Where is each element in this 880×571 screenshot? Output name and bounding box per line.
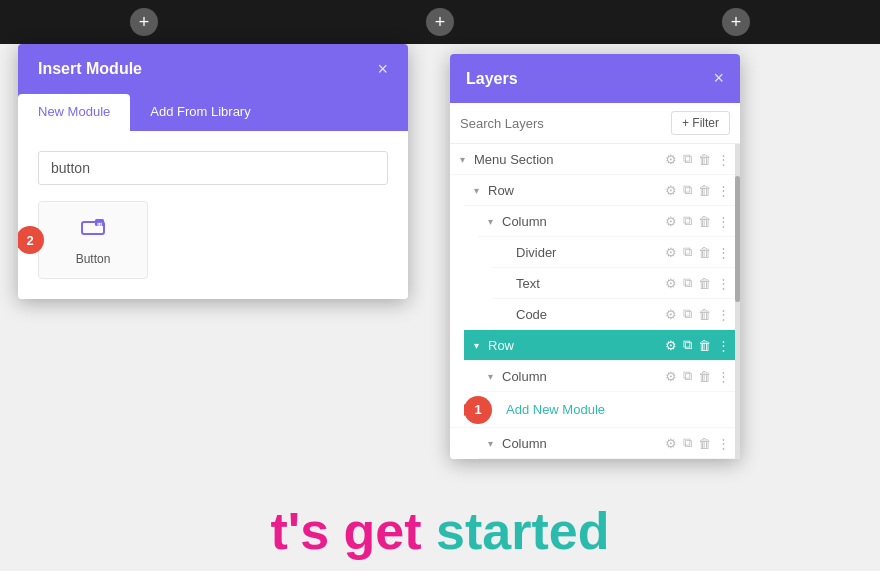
duplicate-icon-menu-section[interactable]: ⧉ bbox=[683, 151, 692, 167]
trash-icon-column-2[interactable]: 🗑 bbox=[698, 369, 711, 384]
layer-name-column-3: Column bbox=[502, 436, 665, 451]
layer-row-row-1[interactable]: ▾ Row ⚙ ⧉ 🗑 ⋮ bbox=[464, 175, 740, 206]
duplicate-icon-column-3[interactable]: ⧉ bbox=[683, 435, 692, 451]
chevron-menu-section: ▾ bbox=[460, 154, 474, 165]
more-icon-text[interactable]: ⋮ bbox=[717, 276, 730, 291]
chevron-column-1: ▾ bbox=[488, 216, 502, 227]
add-new-module-label: Add New Module bbox=[506, 402, 605, 417]
layer-row-column-1[interactable]: ▾ Column ⚙ ⧉ 🗑 ⋮ bbox=[478, 206, 740, 237]
duplicate-icon-column-2[interactable]: ⧉ bbox=[683, 368, 692, 384]
chevron-column-3: ▾ bbox=[488, 438, 502, 449]
duplicate-icon-text[interactable]: ⧉ bbox=[683, 275, 692, 291]
layer-row-row-2[interactable]: ▾ Row ⚙ ⧉ 🗑 ⋮ bbox=[464, 330, 740, 361]
chevron-column-2: ▾ bbox=[488, 371, 502, 382]
bottom-text-dark bbox=[422, 501, 436, 561]
bottom-text: t's get started bbox=[0, 491, 880, 571]
trash-icon-text[interactable]: 🗑 bbox=[698, 276, 711, 291]
settings-icon-row-2[interactable]: ⚙ bbox=[665, 338, 677, 353]
panel-tabs: New Module Add From Library bbox=[18, 94, 408, 131]
more-icon-row-2[interactable]: ⋮ bbox=[717, 338, 730, 353]
scroll-thumb[interactable] bbox=[735, 176, 740, 302]
more-icon-column-2[interactable]: ⋮ bbox=[717, 369, 730, 384]
duplicate-icon-divider[interactable]: ⧉ bbox=[683, 244, 692, 260]
layer-name-row-1: Row bbox=[488, 183, 665, 198]
more-icon-code[interactable]: ⋮ bbox=[717, 307, 730, 322]
top-bar: + + + bbox=[0, 0, 880, 44]
settings-icon-column-3[interactable]: ⚙ bbox=[665, 436, 677, 451]
more-icon-menu-section[interactable]: ⋮ bbox=[717, 152, 730, 167]
layers-list: ▾ Menu Section ⚙ ⧉ 🗑 ⋮ ▾ Row ⚙ ⧉ 🗑 ⋮ ▾ C… bbox=[450, 144, 740, 459]
settings-icon-code[interactable]: ⚙ bbox=[665, 307, 677, 322]
layer-icons-text: ⚙ ⧉ 🗑 ⋮ bbox=[665, 275, 730, 291]
layer-name-column-1: Column bbox=[502, 214, 665, 229]
layer-row-divider[interactable]: Divider ⚙ ⧉ 🗑 ⋮ bbox=[492, 237, 740, 268]
insert-module-panel: Insert Module × New Module Add From Libr… bbox=[18, 44, 408, 299]
panel-body: 2 ⊞ Button bbox=[18, 131, 408, 299]
layer-icons-menu-section: ⚙ ⧉ 🗑 ⋮ bbox=[665, 151, 730, 167]
trash-icon-row-2[interactable]: 🗑 bbox=[698, 338, 711, 353]
layer-name-column-2: Column bbox=[502, 369, 665, 384]
trash-icon-column-3[interactable]: 🗑 bbox=[698, 436, 711, 451]
layer-icons-row-2: ⚙ ⧉ 🗑 ⋮ bbox=[665, 337, 730, 353]
filter-button[interactable]: + Filter bbox=[671, 111, 730, 135]
duplicate-icon-code[interactable]: ⧉ bbox=[683, 306, 692, 322]
layer-row-column-3[interactable]: ▾ Column ⚙ ⧉ 🗑 ⋮ bbox=[478, 428, 740, 459]
more-icon-column-3[interactable]: ⋮ bbox=[717, 436, 730, 451]
settings-icon-column-2[interactable]: ⚙ bbox=[665, 369, 677, 384]
layer-icons-column-2: ⚙ ⧉ 🗑 ⋮ bbox=[665, 368, 730, 384]
tab-new-module[interactable]: New Module bbox=[18, 94, 130, 131]
settings-icon-divider[interactable]: ⚙ bbox=[665, 245, 677, 260]
layer-icons-column-1: ⚙ ⧉ 🗑 ⋮ bbox=[665, 213, 730, 229]
add-button-right[interactable]: + bbox=[722, 8, 750, 36]
more-icon-row-1[interactable]: ⋮ bbox=[717, 183, 730, 198]
bottom-text-teal: started bbox=[436, 501, 609, 561]
settings-icon-text[interactable]: ⚙ bbox=[665, 276, 677, 291]
layers-close-button[interactable]: × bbox=[713, 68, 724, 89]
trash-icon-row-1[interactable]: 🗑 bbox=[698, 183, 711, 198]
panel-header: Insert Module × bbox=[18, 44, 408, 94]
layer-icons-row-1: ⚙ ⧉ 🗑 ⋮ bbox=[665, 182, 730, 198]
bottom-text-pink: t's get bbox=[271, 501, 422, 561]
button-module-label: Button bbox=[76, 252, 111, 266]
layers-search-input[interactable] bbox=[460, 116, 663, 131]
duplicate-icon-row-2[interactable]: ⧉ bbox=[683, 337, 692, 353]
step-1-badge: 1 bbox=[464, 396, 492, 424]
layer-row-column-2[interactable]: ▾ Column ⚙ ⧉ 🗑 ⋮ bbox=[478, 361, 740, 392]
layer-row-code[interactable]: Code ⚙ ⧉ 🗑 ⋮ bbox=[492, 299, 740, 330]
settings-icon-row-1[interactable]: ⚙ bbox=[665, 183, 677, 198]
tab-add-from-library[interactable]: Add From Library bbox=[130, 94, 270, 131]
panel-title: Insert Module bbox=[38, 60, 142, 78]
chevron-row-1: ▾ bbox=[474, 185, 488, 196]
layer-name-code: Code bbox=[516, 307, 665, 322]
layer-icons-code: ⚙ ⧉ 🗑 ⋮ bbox=[665, 306, 730, 322]
scroll-indicator bbox=[735, 144, 740, 459]
trash-icon-divider[interactable]: 🗑 bbox=[698, 245, 711, 260]
duplicate-icon-column-1[interactable]: ⧉ bbox=[683, 213, 692, 229]
layer-name-text: Text bbox=[516, 276, 665, 291]
trash-icon-code[interactable]: 🗑 bbox=[698, 307, 711, 322]
module-grid: 2 ⊞ Button bbox=[38, 201, 388, 279]
layer-icons-column-3: ⚙ ⧉ 🗑 ⋮ bbox=[665, 435, 730, 451]
module-item-button[interactable]: ⊞ Button bbox=[38, 201, 148, 279]
trash-icon-menu-section[interactable]: 🗑 bbox=[698, 152, 711, 167]
more-icon-divider[interactable]: ⋮ bbox=[717, 245, 730, 260]
layer-row-menu-section[interactable]: ▾ Menu Section ⚙ ⧉ 🗑 ⋮ bbox=[450, 144, 740, 175]
trash-icon-column-1[interactable]: 🗑 bbox=[698, 214, 711, 229]
chevron-row-2: ▾ bbox=[474, 340, 488, 351]
settings-icon-column-1[interactable]: ⚙ bbox=[665, 214, 677, 229]
module-search-input[interactable] bbox=[38, 151, 388, 185]
add-button-left[interactable]: + bbox=[130, 8, 158, 36]
layers-title: Layers bbox=[466, 70, 518, 88]
layer-name-divider: Divider bbox=[516, 245, 665, 260]
duplicate-icon-row-1[interactable]: ⧉ bbox=[683, 182, 692, 198]
panel-close-button[interactable]: × bbox=[377, 60, 388, 78]
more-icon-column-1[interactable]: ⋮ bbox=[717, 214, 730, 229]
layer-row-text[interactable]: Text ⚙ ⧉ 🗑 ⋮ bbox=[492, 268, 740, 299]
add-button-center[interactable]: + bbox=[426, 8, 454, 36]
settings-icon-menu-section[interactable]: ⚙ bbox=[665, 152, 677, 167]
add-new-module-row[interactable]: 1 Add New Module bbox=[450, 392, 740, 428]
layers-panel: Layers × + Filter ▾ Menu Section ⚙ ⧉ 🗑 ⋮… bbox=[450, 54, 740, 459]
svg-text:⊞: ⊞ bbox=[97, 222, 102, 228]
button-module-icon: ⊞ bbox=[81, 218, 105, 244]
layer-icons-divider: ⚙ ⧉ 🗑 ⋮ bbox=[665, 244, 730, 260]
